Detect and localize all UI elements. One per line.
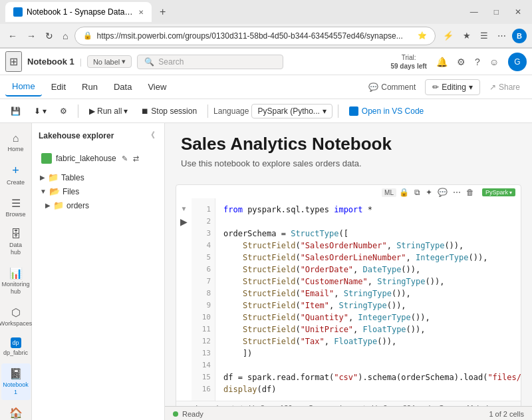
download-button[interactable]: ⬇ ▾	[29, 104, 52, 118]
sidebar-title: Lakehouse explorer	[39, 131, 114, 140]
sidebar-collapse-button[interactable]: 《	[144, 128, 158, 142]
editing-button[interactable]: ✏ Editing ▾	[425, 79, 480, 95]
cell-expand-button[interactable]: ▼	[180, 204, 189, 214]
bing-button[interactable]: B	[512, 29, 527, 43]
notification-button[interactable]: 🔔	[432, 54, 452, 70]
language-selector[interactable]: PySpark (Pytho... ▾	[251, 104, 332, 118]
menu-tab-home[interactable]: Home	[5, 77, 42, 97]
status-text: Ready	[182, 410, 203, 418]
collections-button[interactable]: ☰	[477, 29, 491, 43]
app-header: ⊞ Notebook 1 | No label ▾ 🔍 Search Trial…	[0, 49, 532, 75]
menu-tab-edit[interactable]: Edit	[45, 78, 72, 96]
header-search[interactable]: 🔍 Search	[137, 55, 283, 69]
save-button[interactable]: 💾	[5, 104, 26, 118]
tab-favicon	[13, 7, 23, 17]
settings-button[interactable]: ⚙	[453, 54, 469, 70]
nav-create[interactable]: + Create	[1, 160, 31, 190]
vscode-icon	[349, 106, 358, 116]
cell-copy-button[interactable]: ⧉	[412, 186, 423, 198]
nav-browse[interactable]: ☰ Browse	[1, 193, 31, 222]
share-label: Share	[499, 83, 520, 92]
save-icon: 💾	[11, 106, 21, 116]
language-value: PySpark (Pytho...	[257, 106, 319, 116]
stop-label: Stop session	[151, 106, 197, 116]
open-vscode-button[interactable]: Open in VS Code	[344, 104, 429, 118]
home-button[interactable]: ⌂	[60, 28, 70, 44]
browser-menu-button[interactable]: ⋯	[494, 29, 509, 43]
orders-folder-icon: 📁	[53, 200, 64, 210]
menu-tab-data[interactable]: Data	[107, 78, 138, 96]
nav-home[interactable]: ⌂ Home	[1, 128, 31, 157]
lakehouse-swap-icon[interactable]: ⇄	[133, 154, 139, 163]
run-all-label: Run all	[97, 106, 122, 116]
cell-more-button[interactable]: ⋯	[450, 186, 464, 198]
cell-settings-button[interactable]: ⚙	[55, 104, 72, 118]
address-bar[interactable]: 🔒 https://msit.powerbi.com/groups/0130d3…	[74, 27, 436, 45]
lakehouse-item[interactable]: fabric_lakehouse ✎ ⇄	[37, 150, 159, 166]
nav-datahub[interactable]: 🗄 Data hub	[1, 224, 31, 260]
vscode-label: Open in VS Code	[362, 106, 424, 116]
browser-tab[interactable]: Notebook 1 - Synapse Data Eng... ✕	[5, 2, 152, 22]
cell-lock-button[interactable]: 🔒	[396, 186, 412, 198]
notebook-nav-label: Notebook 1	[3, 381, 29, 396]
nav-workspaces[interactable]: ⬡ Workspaces	[1, 302, 31, 331]
nav-notebook1[interactable]: 📓 Notebook 1	[1, 363, 31, 400]
favorites-button[interactable]: ★	[460, 29, 474, 43]
cell-content: ▼ ▶ 1 2 3 4 5 6 7 8 9 10 11	[176, 198, 521, 401]
menu-tab-run[interactable]: Run	[75, 78, 104, 96]
tree-item-orders[interactable]: ▶ 📁 orders	[37, 198, 159, 212]
cell-ai-button[interactable]: ✦	[423, 186, 435, 198]
create-nav-icon: +	[12, 164, 19, 178]
feedback-button[interactable]: ☺	[485, 54, 503, 70]
back-button[interactable]: ←	[5, 28, 20, 44]
search-placeholder: Search	[158, 57, 184, 67]
share-button[interactable]: ↗ Share	[483, 79, 527, 95]
forward-button[interactable]: →	[24, 28, 39, 44]
create-nav-label: Create	[7, 179, 25, 186]
stop-icon: ⏹	[141, 106, 149, 116]
toolbar-separator-3	[338, 105, 338, 118]
stop-session-button[interactable]: ⏹ Stop session	[136, 104, 202, 118]
tree-item-files[interactable]: ▼ 📂 Files	[37, 184, 159, 198]
nav-fabric-lakehouse[interactable]: 🏠 fabric_lakehouse	[1, 403, 31, 420]
menu-tab-view[interactable]: View	[141, 78, 173, 96]
close-button[interactable]: ✕	[509, 5, 527, 19]
label-chevron-icon: ▾	[122, 57, 126, 66]
cells-info: 1 of 2 cells	[489, 410, 524, 418]
tab-close[interactable]: ✕	[138, 9, 144, 16]
tables-folder-icon: 📁	[48, 172, 59, 182]
comment-button[interactable]: 💬 Comment	[362, 79, 422, 95]
extensions-button[interactable]: ⚡	[440, 29, 457, 43]
tree-item-tables[interactable]: ▶ 📁 Tables	[37, 170, 159, 184]
minimize-button[interactable]: —	[465, 5, 483, 19]
new-tab-button[interactable]: +	[154, 3, 171, 21]
cell-play-button[interactable]: ▶	[179, 215, 189, 228]
maximize-button[interactable]: □	[489, 5, 504, 19]
nav-dp-fabric[interactable]: dp dp_fabric	[1, 333, 31, 361]
sidebar-content: fabric_lakehouse ✎ ⇄ ▶ 📁 Tables ▼ 📂 File…	[32, 145, 164, 420]
orders-label: orders	[66, 201, 89, 210]
pyspark-badge[interactable]: PySpark ▾	[482, 188, 515, 196]
cell-run-area: ▼ ▶	[176, 198, 192, 401]
label-badge[interactable]: No label ▾	[87, 55, 132, 68]
lakehouse-nav-icon: 🏠	[9, 407, 23, 419]
run-all-button[interactable]: ▶ Run all ▾	[84, 104, 133, 118]
cell-delete-button[interactable]: 🗑	[464, 186, 477, 198]
cell-chat-button[interactable]: 💬	[435, 186, 450, 198]
sidebar: Lakehouse explorer 《 fabric_lakehouse ✎ …	[32, 123, 165, 420]
notebook-scroll[interactable]: Sales Analytics Notebook Use this notebo…	[165, 123, 532, 406]
code-editor[interactable]: from pyspark.sql.types import * orderSch…	[215, 198, 521, 401]
lakehouse-edit-icon[interactable]: ✎	[122, 154, 128, 163]
workspaces-nav-icon: ⬡	[11, 306, 21, 319]
help-button[interactable]: ?	[471, 54, 484, 70]
notebook-title: Sales Analytics Notebook	[181, 134, 516, 154]
monitoring-nav-label: Monitoring hub	[1, 281, 29, 296]
refresh-button[interactable]: ↻	[43, 28, 56, 44]
user-avatar[interactable]: G	[508, 53, 527, 71]
app-grid-button[interactable]: ⊞	[5, 51, 22, 72]
run-all-chevron-icon: ▾	[124, 106, 128, 116]
dp-fabric-nav-icon: dp	[11, 337, 21, 348]
search-icon: 🔍	[144, 57, 154, 67]
ml-badge: ML	[382, 188, 396, 197]
nav-monitoring[interactable]: 📊 Monitoring hub	[1, 263, 31, 300]
